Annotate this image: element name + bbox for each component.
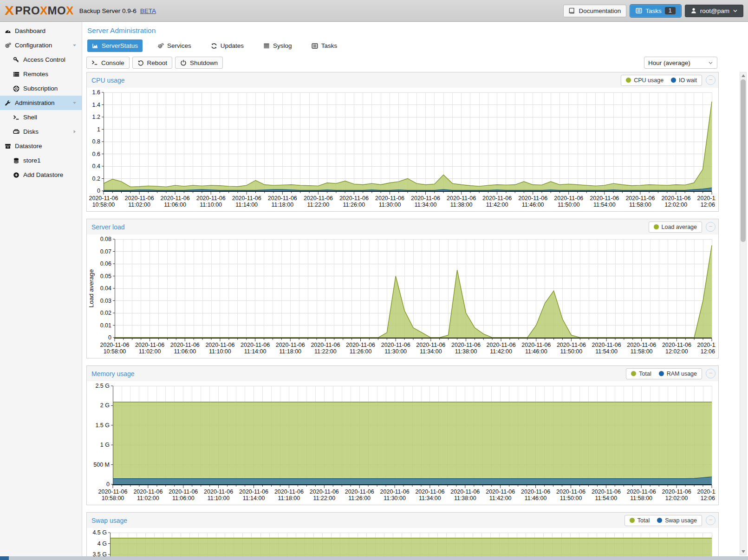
shutdown-button[interactable]: Shutdown [175, 57, 223, 69]
tab-updates[interactable]: Updates [206, 39, 248, 52]
legend-item-total[interactable]: Total [631, 371, 651, 377]
legend-item-total[interactable]: Total [630, 517, 650, 524]
svg-text:2020-11-06: 2020-11-06 [169, 488, 198, 495]
timeframe-select[interactable]: Hour (average) [644, 57, 717, 69]
scroll-up-arrow[interactable] [741, 74, 745, 77]
svg-text:2020-11-06: 2020-11-06 [170, 342, 200, 348]
svg-text:2020-11-06: 2020-11-06 [196, 195, 226, 202]
svg-text:11:34:00: 11:34:00 [419, 495, 441, 501]
sidebar-item-add-datastore[interactable]: Add Datastore [0, 168, 82, 182]
sidebar: DashboardConfigurationAccess ControlRemo… [0, 22, 82, 556]
svg-text:2020-11-06: 2020-11-06 [135, 342, 164, 348]
sidebar-item-subscription[interactable]: Subscription [0, 81, 82, 96]
svg-text:11:30:00: 11:30:00 [379, 202, 401, 208]
documentation-button[interactable]: Documentation [563, 5, 626, 17]
sidebar-item-access-control[interactable]: Access Control [0, 52, 82, 67]
button-label: Reboot [147, 59, 168, 66]
svg-text:11:30:00: 11:30:00 [384, 495, 406, 501]
sidebar-item-administration[interactable]: Administration [0, 96, 82, 110]
svg-text:2020-11-06: 2020-11-06 [482, 195, 512, 202]
svg-text:2020-11-06: 2020-11-06 [346, 342, 375, 348]
svg-text:2020-11-06: 2020-11-06 [304, 195, 333, 202]
tab-services[interactable]: Services [153, 39, 196, 52]
main-content: Server Administration ServerStatusServic… [83, 22, 748, 556]
svg-text:2020-11-06: 2020-11-06 [232, 195, 261, 202]
svg-text:11:06:00: 11:06:00 [164, 202, 186, 208]
scrollbar-thumb[interactable] [741, 79, 746, 242]
svg-text:0.4: 0.4 [92, 163, 100, 169]
svg-text:11:46:00: 11:46:00 [525, 348, 547, 355]
collapse-panel-icon[interactable]: − [706, 369, 715, 378]
legend-dot [630, 518, 635, 523]
sidebar-item-disks[interactable]: Disks [0, 124, 82, 139]
legend-item-swap-usage[interactable]: Swap usage [657, 517, 697, 524]
svg-text:11:38:00: 11:38:00 [454, 495, 476, 501]
svg-text:1.6: 1.6 [92, 89, 100, 96]
archive-icon [5, 143, 11, 150]
sidebar-item-shell[interactable]: Shell [0, 110, 82, 124]
collapse-panel-icon[interactable]: − [706, 515, 715, 525]
caret-right-icon[interactable] [72, 129, 77, 134]
legend-item-cpu-usage[interactable]: CPU usage [626, 77, 663, 84]
svg-text:0.05: 0.05 [100, 273, 111, 280]
tab-serverstatus[interactable]: ServerStatus [87, 39, 143, 52]
chart-legend: TotalRAM usage [626, 368, 702, 379]
power-icon [180, 59, 187, 66]
svg-text:4 G: 4 G [98, 540, 107, 547]
tab-label: Tasks [321, 42, 338, 49]
sidebar-item-label: Administration [15, 99, 55, 106]
svg-text:11:14:00: 11:14:00 [243, 495, 265, 501]
sidebar-item-remotes[interactable]: Remotes [0, 67, 82, 81]
sidebar-item-dashboard[interactable]: Dashboard [0, 24, 82, 38]
svg-text:2020-11-06: 2020-11-06 [662, 488, 691, 495]
vertical-scrollbar[interactable] [740, 72, 747, 555]
server-load-chart: 00.010.020.030.040.050.060.070.082020-11… [87, 234, 718, 358]
svg-text:2020-11-06: 2020-11-06 [375, 195, 404, 202]
user-menu-button[interactable]: root@pam [685, 5, 743, 17]
sidebar-item-configuration[interactable]: Configuration [0, 38, 82, 52]
caret-down-icon[interactable] [72, 100, 77, 105]
console-button[interactable]: Console [86, 57, 130, 69]
tab-tasks[interactable]: Tasks [307, 39, 342, 52]
tab-syslog[interactable]: Syslog [259, 39, 297, 52]
svg-text:11:46:00: 11:46:00 [522, 202, 544, 208]
reboot-button[interactable]: Reboot [132, 57, 173, 69]
tasks-label: Tasks [645, 7, 662, 14]
svg-text:0.03: 0.03 [100, 298, 111, 304]
tasks-button[interactable]: Tasks 1 [630, 5, 681, 17]
scroll-down-arrow[interactable] [741, 550, 745, 553]
beta-link[interactable]: BETA [140, 7, 156, 14]
svg-text:11:02:00: 11:02:00 [137, 495, 159, 501]
svg-text:2020-11-06: 2020-11-06 [274, 488, 304, 495]
svg-text:2020-11-06: 2020-11-06 [339, 195, 369, 202]
collapse-panel-icon[interactable]: − [706, 75, 715, 85]
sidebar-item-label: store1 [23, 157, 41, 164]
sidebar-item-datastore[interactable]: Datastore [0, 139, 82, 153]
svg-text:0.07: 0.07 [100, 248, 111, 255]
svg-text:2020-11-06: 2020-11-06 [661, 195, 690, 202]
caret-down-icon[interactable] [72, 43, 77, 48]
book-icon [569, 7, 575, 14]
chart-area-icon [92, 43, 98, 49]
svg-text:2020-11-06: 2020-11-06 [697, 342, 715, 348]
svg-text:2020-11-06: 2020-11-06 [98, 488, 127, 495]
svg-text:1: 1 [97, 126, 100, 133]
topbar: XPROXMOX Backup Server 0.9-6 BETA Docume… [0, 0, 748, 22]
swap-usage-chart: 0500 M1 G1.5 G2 G2.5 G3 G3.5 G4 G4.5 G20… [87, 528, 718, 556]
cpu-usage-chart: 00.20.40.60.811.21.41.62020-11-0610:58:0… [87, 88, 718, 211]
svg-text:2 G: 2 G [100, 402, 110, 409]
legend-item-io-wait[interactable]: IO wait [671, 77, 697, 84]
svg-text:11:26:00: 11:26:00 [348, 495, 371, 501]
svg-text:11:54:00: 11:54:00 [595, 348, 618, 355]
collapse-panel-icon[interactable]: − [706, 222, 715, 232]
svg-text:11:54:00: 11:54:00 [595, 495, 618, 501]
svg-text:11:14:00: 11:14:00 [235, 202, 258, 208]
svg-text:2020-11-06: 2020-11-06 [518, 195, 547, 202]
svg-text:11:06:00: 11:06:00 [172, 495, 195, 501]
sidebar-item-store1[interactable]: store1 [0, 153, 82, 168]
legend-item-ram-usage[interactable]: RAM usage [659, 371, 697, 377]
sidebar-item-label: Datastore [15, 143, 42, 150]
svg-text:1.2: 1.2 [92, 114, 100, 120]
app-window: XPROXMOX Backup Server 0.9-6 BETA Docume… [0, 0, 748, 560]
legend-item-load-average[interactable]: Load average [654, 224, 697, 230]
